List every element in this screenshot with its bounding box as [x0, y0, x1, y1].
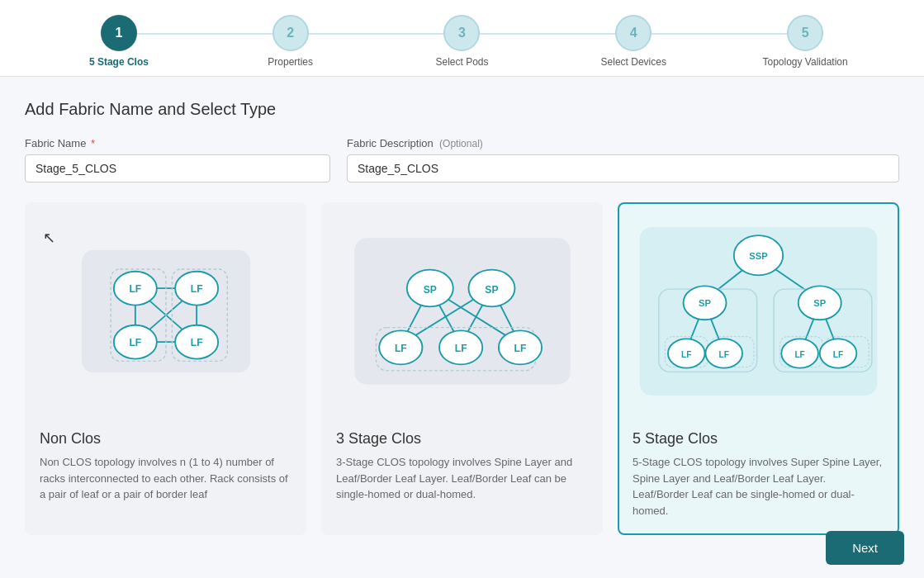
form-row: Fabric Name * Fabric Description (Option… — [25, 137, 899, 182]
svg-text:LF: LF — [681, 350, 691, 359]
svg-text:LF: LF — [514, 343, 526, 354]
svg-text:SP: SP — [813, 298, 826, 308]
cursor-icon: ↖ — [43, 229, 55, 247]
step-circle-1: 1 — [101, 15, 137, 51]
step-label-5: Topology Validation — [762, 56, 847, 68]
step-5[interactable]: 5 Topology Validation — [719, 15, 891, 68]
5-stage-clos-diagram: SSP SP SP LF LF LF LF — [619, 204, 898, 419]
page-title: Add Fabric Name and Select Type — [25, 100, 899, 119]
non-clos-title: Non Clos — [40, 430, 291, 448]
3-stage-clos-svg: SP SP LF LF LF — [347, 229, 578, 394]
3-stage-clos-diagram: SP SP LF LF LF — [323, 204, 601, 419]
non-clos-desc: Non CLOS topology involves n (1 to 4) nu… — [40, 454, 291, 503]
non-clos-svg: LF LF LF LF — [59, 233, 273, 390]
svg-text:LF: LF — [190, 283, 202, 295]
step-circle-2: 2 — [272, 15, 309, 51]
fabric-name-label: Fabric Name * — [25, 137, 330, 149]
svg-text:SP: SP — [423, 284, 436, 296]
step-label-3: Select Pods — [435, 56, 488, 68]
step-3[interactable]: 3 Select Pods — [377, 15, 548, 68]
stepper: 1 5 Stage Clos 2 Properties 3 Select Pod… — [0, 0, 924, 77]
card-3-stage-clos[interactable]: SP SP LF LF LF 3 Stage Clos 3-Stage CLOS… — [321, 202, 603, 535]
step-2[interactable]: 2 Properties — [205, 15, 377, 68]
step-circle-5: 5 — [787, 15, 823, 51]
svg-text:LF: LF — [719, 350, 729, 359]
fabric-desc-label: Fabric Description (Optional) — [347, 137, 899, 149]
5-stage-clos-svg: SSP SP SP LF LF LF LF — [636, 220, 881, 402]
step-circle-4: 4 — [615, 15, 652, 51]
svg-text:SSP: SSP — [749, 251, 768, 261]
non-clos-diagram: ↖ LF — [26, 204, 305, 419]
card-5-stage-clos[interactable]: SSP SP SP LF LF LF LF — [618, 202, 899, 535]
3-stage-clos-title: 3 Stage Clos — [336, 430, 588, 448]
svg-text:LF: LF — [833, 350, 843, 359]
fabric-name-input[interactable] — [25, 154, 330, 182]
footer: Next — [806, 518, 924, 578]
svg-text:LF: LF — [454, 343, 467, 354]
svg-text:SP: SP — [485, 284, 498, 296]
step-label-1: 5 Stage Clos — [89, 56, 149, 68]
step-circle-3: 3 — [443, 15, 480, 51]
svg-text:LF: LF — [129, 283, 141, 295]
non-clos-info: Non Clos Non CLOS topology involves n (1… — [26, 419, 305, 518]
next-button[interactable]: Next — [826, 531, 904, 565]
fabric-desc-group: Fabric Description (Optional) — [347, 137, 899, 182]
5-stage-clos-info: 5 Stage Clos 5-Stage CLOS topology invol… — [619, 419, 898, 533]
5-stage-clos-title: 5 Stage Clos — [633, 430, 884, 448]
step-label-4: Select Devices — [601, 56, 666, 68]
step-4[interactable]: 4 Select Devices — [547, 15, 719, 68]
svg-text:SP: SP — [699, 298, 711, 308]
svg-text:LF: LF — [794, 350, 804, 359]
3-stage-clos-info: 3 Stage Clos 3-Stage CLOS topology invol… — [323, 419, 601, 518]
step-1[interactable]: 1 5 Stage Clos — [33, 15, 205, 68]
fabric-name-group: Fabric Name * — [25, 137, 330, 182]
required-star: * — [88, 137, 95, 149]
fabric-desc-input[interactable] — [347, 154, 899, 182]
svg-text:LF: LF — [394, 343, 406, 354]
main-content: Add Fabric Name and Select Type Fabric N… — [0, 77, 924, 560]
topology-cards: ↖ LF — [25, 202, 899, 535]
3-stage-clos-desc: 3-Stage CLOS topology involves Spine Lay… — [336, 454, 588, 503]
card-non-clos[interactable]: ↖ LF — [25, 202, 306, 535]
svg-text:LF: LF — [190, 337, 202, 348]
step-label-2: Properties — [268, 56, 313, 68]
svg-rect-0 — [81, 250, 249, 373]
svg-text:LF: LF — [129, 337, 141, 348]
optional-text: (Optional) — [437, 138, 483, 149]
5-stage-clos-desc: 5-Stage CLOS topology involves Super Spi… — [633, 454, 884, 519]
